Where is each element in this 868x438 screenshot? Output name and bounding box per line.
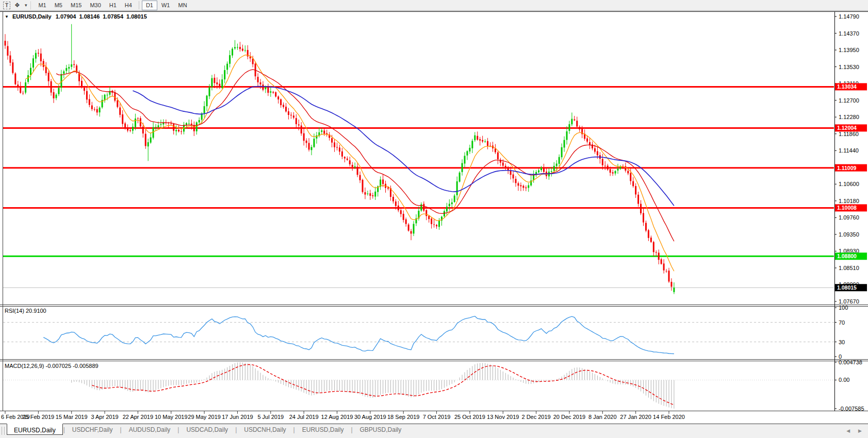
- date-label: 7 Oct 2019: [423, 414, 451, 420]
- price-axis-label: 1.08510: [839, 265, 859, 271]
- macd-axis-label: 0.004738: [839, 359, 862, 365]
- symbol-tab-bar: EURUSD,Daily|USDCHF,Daily|AUDUSD,Daily|U…: [0, 424, 868, 438]
- price-axis-label: 1.09760: [839, 214, 859, 221]
- date-label: 20 Dec 2019: [553, 414, 585, 420]
- price-axis-label: 1.11860: [839, 131, 859, 137]
- price-axis-label: 1.12700: [839, 97, 859, 104]
- date-label: 5 Jul 2019: [257, 414, 284, 420]
- date-label: 15 Mar 2019: [56, 414, 88, 420]
- symbol-tab-5-eurusddaily[interactable]: EURUSD,Daily: [296, 424, 351, 435]
- price-level-badge: 1.12004: [837, 125, 857, 131]
- symbol-tab-0-eurusddaily[interactable]: EURUSD,Daily: [7, 424, 63, 435]
- price-level-badge: 1.10008: [837, 205, 857, 211]
- timeframe-button-h4[interactable]: H4: [121, 1, 136, 10]
- rsi-axis-label: 100: [839, 305, 848, 311]
- timeframe-button-d1[interactable]: D1: [142, 1, 157, 10]
- timeframe-button-m15[interactable]: M15: [67, 1, 86, 10]
- arrange-windows-icon[interactable]: ❖: [11, 1, 23, 10]
- rsi-axis-label: 30: [839, 339, 845, 345]
- price-level-badge: 1.13034: [837, 83, 857, 90]
- top-toolbar: T ❖ ▾ M1M5M15M30H1H4D1W1MN: [0, 0, 868, 11]
- rsi-axis-label: 70: [839, 319, 845, 326]
- price-axis-label: 1.07670: [839, 298, 859, 305]
- macd-label: MACD(12,26,9) -0.007025 -0.005889: [5, 363, 99, 369]
- price-axis-label: 1.10600: [839, 181, 859, 187]
- date-label: 13 Nov 2019: [487, 414, 519, 420]
- date-label: 30 Aug 2019: [354, 414, 386, 420]
- timeframe-button-h1[interactable]: H1: [105, 1, 121, 10]
- close-value: 1.08015: [126, 13, 147, 20]
- symbol-tab-2-audusddaily[interactable]: AUDUSD,Daily: [122, 424, 177, 435]
- symbol-title: EURUSD,Daily: [12, 13, 52, 20]
- timeframe-button-m5[interactable]: M5: [51, 1, 67, 10]
- chart-menu-collapse-icon[interactable]: ▼: [5, 14, 9, 19]
- timeframe-button-mn[interactable]: MN: [174, 1, 191, 10]
- timeframe-button-m1[interactable]: M1: [34, 1, 50, 10]
- price-axis-label: 1.12280: [839, 114, 859, 120]
- date-label: 2 Dec 2019: [521, 414, 550, 420]
- date-label: 29 May 2019: [188, 414, 221, 420]
- chevron-down-icon[interactable]: ▾: [23, 3, 29, 8]
- tab-scroll-right-button[interactable]: ▶: [858, 428, 862, 433]
- price-axis-label: 1.13950: [839, 47, 859, 53]
- date-label: 3 Apr 2019: [91, 414, 118, 420]
- date-label: 14 Feb 2020: [653, 414, 685, 420]
- toolbar-grip: [30, 2, 32, 9]
- date-label: 10 May 2019: [155, 414, 188, 420]
- open-value: 1.07904: [56, 13, 76, 20]
- price-level-badge: 1.08800: [837, 253, 857, 259]
- date-label: 8 Jan 2020: [588, 414, 616, 420]
- timeframe-button-w1[interactable]: W1: [157, 1, 174, 10]
- price-axis-label: 1.13530: [839, 64, 859, 70]
- tabbar-grip: [2, 427, 5, 435]
- date-label: 24 Jul 2019: [289, 414, 319, 420]
- price-chart-canvas[interactable]: 1.147901.143701.139501.135301.131101.127…: [0, 0, 868, 424]
- symbol-tab-1-usdchfdaily[interactable]: USDCHF,Daily: [65, 424, 120, 435]
- date-label: 18 Sep 2019: [387, 414, 419, 420]
- text-label-tool-button[interactable]: T: [3, 2, 10, 9]
- tab-scroll-left-button[interactable]: ◀: [846, 428, 850, 433]
- rsi-label: RSI(14) 20.9100: [5, 308, 46, 314]
- symbol-tab-3-usdcaddaily[interactable]: USDCAD,Daily: [179, 424, 235, 435]
- price-level-badge: 1.08015: [837, 284, 857, 291]
- price-axis-label: 1.10180: [839, 198, 859, 204]
- symbol-tab-4-usdcnhdaily[interactable]: USDCNH,Daily: [237, 424, 292, 435]
- price-axis-label: 1.14370: [839, 30, 859, 37]
- symbol-tab-6-gbpusddaily[interactable]: GBPUSD,Daily: [353, 424, 408, 435]
- price-axis-label: 1.09350: [839, 231, 859, 238]
- date-label: 17 Jun 2019: [222, 414, 253, 420]
- price-level-badge: 1.11009: [837, 165, 857, 171]
- chart-header: ▼ EURUSD,Daily 1.07904 1.08146 1.07854 1…: [5, 13, 147, 20]
- date-label: 22 Apr 2019: [123, 414, 153, 420]
- date-label: 25 Feb 2019: [22, 414, 54, 420]
- macd-axis-label: 0.00: [839, 377, 849, 383]
- price-axis-label: 1.14790: [839, 13, 859, 20]
- timeframe-button-m30[interactable]: M30: [86, 1, 105, 10]
- timeframe-button-group: M1M5M15M30H1H4D1W1MN: [34, 1, 191, 10]
- date-label: 25 Oct 2019: [454, 414, 485, 420]
- price-axis-label: 1.11440: [839, 147, 859, 154]
- date-label: 27 Jan 2020: [620, 414, 651, 420]
- high-value: 1.08146: [79, 13, 100, 20]
- low-value: 1.07854: [103, 13, 123, 20]
- date-label: 12 Aug 2019: [321, 414, 353, 420]
